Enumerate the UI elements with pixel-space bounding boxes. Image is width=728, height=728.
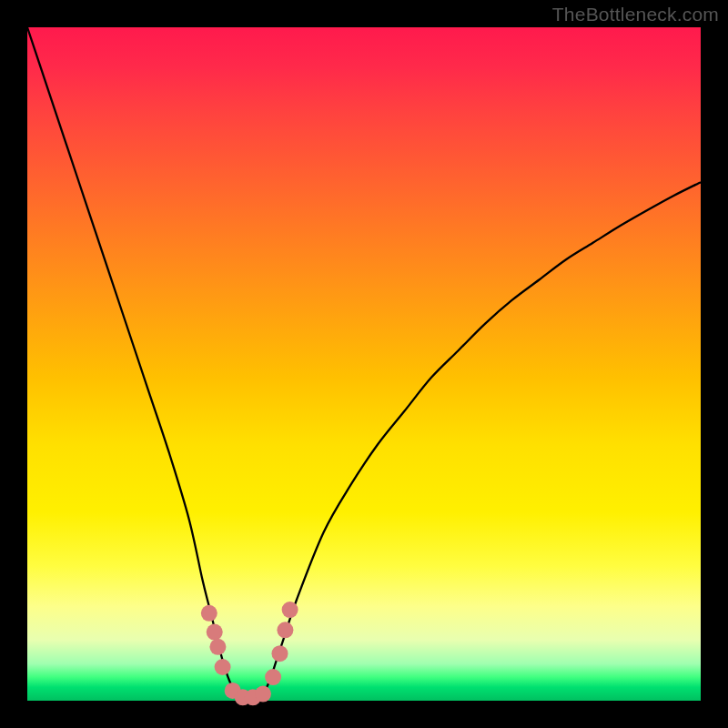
curve-marker bbox=[277, 622, 293, 638]
outer-frame: TheBottleneck.com bbox=[0, 0, 728, 728]
watermark-text: TheBottleneck.com bbox=[552, 4, 719, 25]
curve-marker bbox=[272, 645, 288, 662]
curve-marker bbox=[201, 605, 217, 622]
curve-marker bbox=[282, 602, 298, 618]
curve-marker bbox=[255, 686, 271, 703]
curve-marker bbox=[209, 639, 226, 655]
curve-markers bbox=[201, 602, 298, 705]
curve-marker bbox=[265, 669, 281, 685]
chart-svg bbox=[27, 27, 701, 701]
curve-marker bbox=[207, 624, 223, 641]
bottleneck-curve bbox=[27, 27, 701, 702]
curve-marker bbox=[215, 659, 231, 675]
